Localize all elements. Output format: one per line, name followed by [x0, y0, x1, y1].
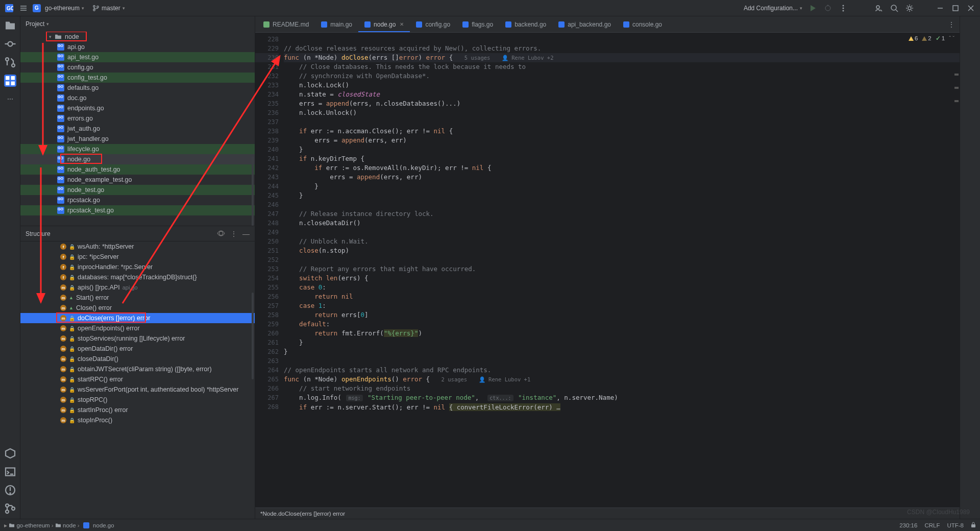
chevron-down-icon[interactable]: ▾ [46, 21, 49, 27]
terminal-icon[interactable] [4, 466, 16, 478]
structure-item[interactable]: m🔒openDataDir() error [20, 344, 255, 354]
problems-icon[interactable] [4, 484, 16, 496]
structure-item[interactable]: m🔒stopRPC() [20, 395, 255, 405]
structure-item[interactable]: f🔒ipc: *ipcServer [20, 252, 255, 262]
structure-tool-icon[interactable] [4, 75, 16, 87]
settings-icon[interactable] [904, 3, 915, 13]
more-icon[interactable] [838, 3, 848, 13]
tree-file[interactable]: rpcstack_test.go [20, 205, 255, 215]
structure-item[interactable]: m🔒closeDataDir() [20, 354, 255, 364]
structure-item[interactable]: m▲Start() error [20, 293, 255, 303]
services-icon[interactable] [4, 447, 16, 460]
structure-item[interactable]: m🔒openEndpoints() error [20, 323, 255, 333]
nav-segment: go-ethereum [16, 522, 50, 528]
file-label: lifecycle.go [67, 146, 99, 153]
file-encoding[interactable]: UTF-8 [947, 522, 964, 528]
editor-tab[interactable]: console.go [617, 16, 668, 32]
scrollbar-thumb[interactable] [252, 156, 254, 226]
editor-tab[interactable]: README.md [257, 16, 315, 32]
scrollbar-thumb[interactable] [252, 293, 254, 379]
structure-item[interactable]: m🔒apis() []rpc.API api.go [20, 282, 255, 293]
structure-tree[interactable]: f🔒wsAuth: *httpServerf🔒ipc: *ipcServerf🔒… [20, 241, 255, 519]
editor-tab[interactable]: main.go [315, 16, 358, 32]
branch-selector[interactable]: master ▾ [92, 5, 125, 12]
project-tree[interactable]: ▾ node api.goapi_test.goconfig.goconfig_… [20, 32, 255, 226]
pull-requests-icon[interactable] [4, 56, 16, 68]
tree-file[interactable]: config.go [20, 62, 255, 73]
collapse-icon[interactable]: — [242, 230, 250, 238]
structure-item[interactable]: m🔒wsServerForPort(port int, authenticate… [20, 384, 255, 395]
project-selector[interactable]: go-ethereum ▾ [45, 5, 84, 12]
editor-minimap[interactable] [954, 74, 959, 102]
tree-file[interactable]: node.go [20, 154, 255, 164]
tree-file[interactable]: node_test.go [20, 185, 255, 195]
structure-item[interactable]: f🔒inprocHandler: *rpc.Server [20, 262, 255, 272]
run-icon[interactable] [807, 3, 818, 13]
tree-file[interactable]: doc.go [20, 93, 255, 103]
show-options-icon[interactable] [217, 230, 225, 238]
tree-file[interactable]: lifecycle.go [20, 144, 255, 154]
editor-tab[interactable]: flags.go [456, 16, 499, 32]
project-tool-icon[interactable] [4, 19, 16, 32]
folder-icon [55, 34, 62, 40]
tree-file[interactable]: endpoints.go [20, 103, 255, 113]
folder-label: node [65, 33, 79, 40]
structure-item[interactable]: m🔒startRPC() error [20, 374, 255, 384]
maximize-icon[interactable] [950, 3, 961, 13]
code-content[interactable]: // doClose releases resources acquired b… [284, 33, 960, 508]
more-icon[interactable]: ⋮ [230, 230, 237, 238]
tree-file[interactable]: config_test.go [20, 73, 255, 83]
caret-position[interactable]: 230:16 [899, 522, 917, 528]
structure-item[interactable]: m▲Close() error [20, 303, 255, 313]
file-label: api_test.go [67, 54, 99, 61]
debug-icon[interactable] [823, 3, 833, 13]
tree-file[interactable]: jwt_handler.go [20, 134, 255, 144]
tree-file[interactable]: node_auth_test.go [20, 164, 255, 175]
code-editor[interactable]: 6 2 ✓1 ˆ ˇ 22822923023123223323423523623… [255, 33, 960, 508]
nav-bar[interactable]: ▸ go-ethereum › node › node.go [4, 522, 114, 529]
member-label: doClose(errs []error) error [78, 315, 150, 322]
editor-tab[interactable]: api_backend.go [552, 16, 617, 32]
tree-folder-node[interactable]: ▾ node [20, 32, 255, 42]
structure-item[interactable]: m🔒obtainJWTSecret(cliParam string) ([]by… [20, 364, 255, 374]
tree-file[interactable]: errors.go [20, 113, 255, 124]
member-icon: f [60, 244, 66, 250]
member-label: Close() error [76, 304, 112, 311]
svg-rect-18 [953, 6, 958, 11]
lock-icon: 🔒 [69, 418, 75, 423]
tree-file[interactable]: node_example_test.go [20, 175, 255, 185]
more-tools-icon[interactable]: ⋯ [4, 93, 16, 105]
structure-item[interactable]: m🔒stopServices(running []Lifecycle) erro… [20, 333, 255, 344]
commit-tool-icon[interactable] [4, 38, 16, 50]
tab-label: config.go [425, 21, 450, 28]
structure-item[interactable]: m🔒stopInProc() [20, 415, 255, 425]
tree-file[interactable]: rpcstack.go [20, 195, 255, 205]
tree-file[interactable]: defaults.go [20, 83, 255, 93]
code-with-me-icon[interactable] [874, 3, 884, 13]
structure-item[interactable]: f🔒wsAuth: *httpServer [20, 242, 255, 252]
structure-item[interactable]: m🔒doClose(errs []error) error [20, 313, 255, 323]
breadcrumb-bar[interactable]: *Node.doClose(errs []error) error [255, 508, 960, 519]
search-icon[interactable] [889, 3, 899, 13]
structure-item[interactable]: m🔒startInProc() error [20, 405, 255, 415]
main-menu-icon[interactable] [18, 3, 29, 13]
line-separator[interactable]: CRLF [924, 522, 940, 528]
minimize-icon[interactable] [935, 3, 945, 13]
run-config-selector[interactable]: Add Configuration... ▾ [744, 5, 802, 12]
tree-file[interactable]: api.go [20, 42, 255, 52]
editor-tab[interactable]: node.go✕ [358, 16, 410, 32]
close-icon[interactable] [966, 3, 976, 13]
vcs-icon[interactable] [4, 502, 16, 515]
file-icon [364, 21, 371, 28]
tree-file[interactable]: api_test.go [20, 52, 255, 62]
tree-file[interactable]: jwt_auth.go [20, 124, 255, 134]
editor-tab[interactable]: config.go [410, 16, 456, 32]
top-toolbar: GO G go-ethereum ▾ master ▾ Add Configur… [0, 0, 980, 16]
svg-text:GO: GO [7, 6, 13, 11]
readonly-icon[interactable] [971, 522, 976, 529]
tab-more-icon[interactable]: ⋮ [946, 19, 957, 30]
close-tab-icon[interactable]: ✕ [400, 21, 404, 27]
structure-item[interactable]: f🔒databases: map[*closeTrackingDB]struct… [20, 272, 255, 282]
tab-label: node.go [374, 21, 396, 28]
editor-tab[interactable]: backend.go [499, 16, 552, 32]
